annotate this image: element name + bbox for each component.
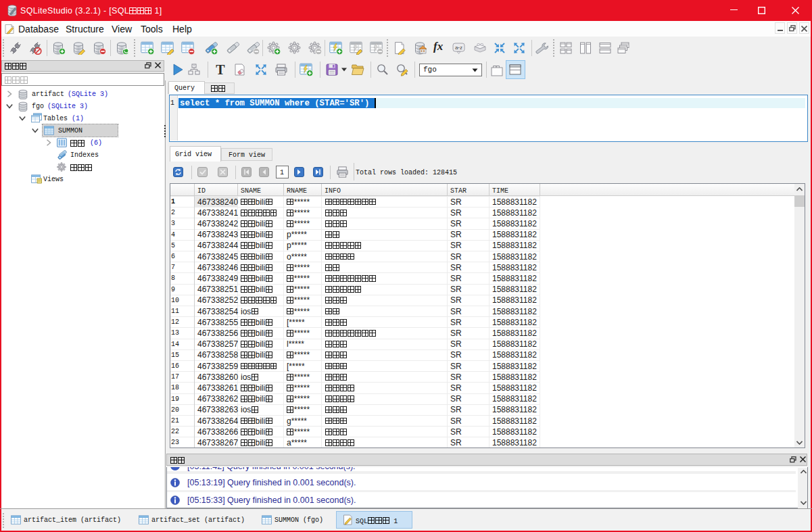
svg-text:a: a xyxy=(455,45,458,51)
svg-text:z: z xyxy=(460,45,462,51)
